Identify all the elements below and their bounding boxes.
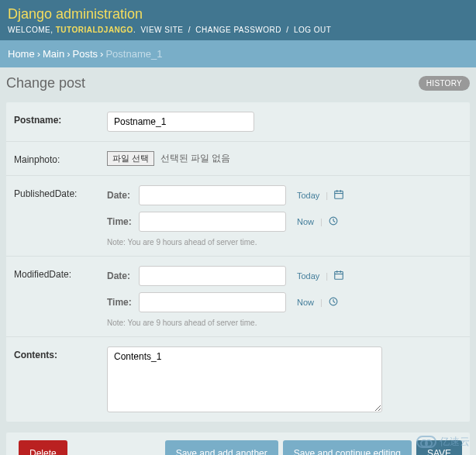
welcome-text: WELCOME, bbox=[8, 26, 53, 34]
breadcrumb-current: Postname_1 bbox=[105, 48, 162, 60]
published-now-link[interactable]: Now bbox=[297, 217, 314, 226]
page-title: Change post bbox=[6, 75, 85, 91]
change-password-link[interactable]: CHANGE PASSWORD bbox=[193, 26, 284, 34]
modified-time-input[interactable] bbox=[139, 292, 286, 312]
delete-button[interactable]: Delete bbox=[19, 440, 67, 455]
admin-header: Django administration WELCOME, TUTORIALD… bbox=[0, 0, 476, 40]
published-tz-note: Note: You are 9 hours ahead of server ti… bbox=[107, 238, 462, 246]
published-time-input[interactable] bbox=[139, 212, 286, 232]
mainphoto-label: Mainphoto: bbox=[14, 151, 107, 165]
contents-textarea[interactable] bbox=[107, 346, 382, 412]
save-add-another-button[interactable]: Save and add another bbox=[165, 440, 278, 455]
published-today-link[interactable]: Today bbox=[297, 191, 319, 200]
modifieddate-label: ModifiedDate: bbox=[14, 266, 107, 280]
file-choose-button[interactable]: 파일 선택 bbox=[107, 151, 154, 166]
modified-date-sublabel: Date: bbox=[107, 271, 134, 281]
field-contents: Contents: bbox=[6, 337, 470, 422]
published-time-sublabel: Time: bbox=[107, 216, 134, 227]
logout-link[interactable]: LOG OUT bbox=[291, 26, 334, 34]
published-date-sublabel: Date: bbox=[107, 190, 134, 201]
svg-rect-0 bbox=[335, 191, 343, 198]
postname-label: Postname: bbox=[14, 112, 107, 126]
svg-rect-7 bbox=[335, 271, 343, 279]
breadcrumb: Home›Main›Posts›Postname_1 bbox=[0, 40, 476, 67]
watermark-text: 亿速云 bbox=[440, 435, 470, 449]
published-date-input[interactable] bbox=[139, 185, 286, 205]
publisheddate-label: PublishedDate: bbox=[14, 185, 107, 199]
form-module: Postname: Mainphoto: 파일 선택 선택된 파일 없음 Pub… bbox=[6, 102, 470, 422]
breadcrumb-home[interactable]: Home bbox=[8, 48, 35, 60]
contents-label: Contents: bbox=[14, 346, 107, 360]
field-modifieddate: ModifiedDate: Date: Today | Time: Now | bbox=[6, 257, 470, 337]
calendar-icon[interactable] bbox=[334, 190, 343, 202]
svg-line-13 bbox=[333, 302, 335, 303]
username[interactable]: TUTORIALDJANGO bbox=[56, 26, 133, 34]
clock-icon[interactable] bbox=[329, 297, 338, 309]
clock-icon[interactable] bbox=[329, 216, 338, 228]
svg-line-6 bbox=[333, 221, 335, 222]
breadcrumb-app[interactable]: Main bbox=[43, 48, 64, 60]
history-button[interactable]: HISTORY bbox=[419, 76, 470, 91]
view-site-link[interactable]: VIEW SITE bbox=[138, 26, 185, 34]
watermark: 亿速云 bbox=[416, 435, 470, 449]
field-mainphoto: Mainphoto: 파일 선택 선택된 파일 없음 bbox=[6, 142, 470, 176]
modified-now-link[interactable]: Now bbox=[297, 298, 314, 307]
modified-today-link[interactable]: Today bbox=[297, 271, 319, 281]
modified-time-sublabel: Time: bbox=[107, 297, 134, 308]
modified-tz-note: Note: You are 9 hours ahead of server ti… bbox=[107, 319, 462, 327]
breadcrumb-model[interactable]: Posts bbox=[73, 48, 98, 60]
field-publisheddate: PublishedDate: Date: Today | Time: Now | bbox=[6, 176, 470, 257]
submit-row: Delete Save and add another Save and con… bbox=[6, 433, 470, 455]
user-tools: WELCOME, TUTORIALDJANGO. VIEW SITE / CHA… bbox=[8, 26, 468, 34]
watermark-icon bbox=[416, 436, 436, 448]
site-name[interactable]: Django administration bbox=[8, 6, 468, 22]
postname-input[interactable] bbox=[107, 112, 254, 132]
calendar-icon[interactable] bbox=[334, 271, 343, 282]
field-postname: Postname: bbox=[6, 102, 470, 142]
save-continue-button[interactable]: Save and continue editing bbox=[283, 440, 412, 455]
modified-date-input[interactable] bbox=[139, 266, 286, 286]
file-status-text: 선택된 파일 없음 bbox=[160, 153, 231, 164]
